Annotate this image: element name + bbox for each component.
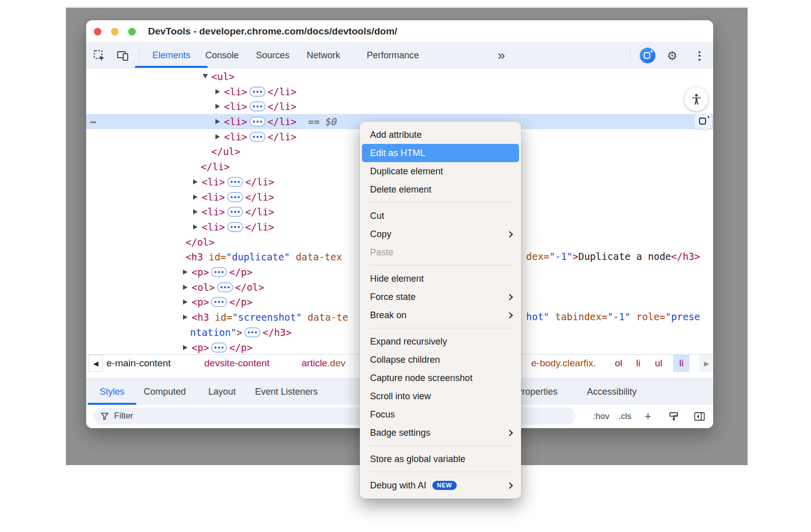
tab-network[interactable]: Network [297, 43, 350, 68]
dollar-zero-label: $0 [325, 116, 337, 127]
menu-separator [369, 445, 513, 446]
breadcrumb-back-icon[interactable]: ◀ [89, 355, 103, 372]
expand-arrow-icon[interactable] [183, 345, 188, 350]
menu-item-delete-element[interactable]: Delete element [360, 180, 521, 199]
expand-arrow-icon[interactable] [193, 195, 198, 200]
menu-item-cut[interactable]: Cut [360, 207, 521, 225]
inline-expand-icon[interactable] [249, 132, 266, 142]
breadcrumb-item[interactable]: article.dev [302, 355, 346, 372]
expand-arrow-icon[interactable] [193, 224, 198, 230]
breadcrumb-item[interactable]: ul [655, 355, 662, 372]
inline-expand-icon[interactable] [227, 207, 243, 217]
menu-item-duplicate-element[interactable]: Duplicate element [360, 162, 521, 180]
tab-layout[interactable]: Layout [203, 378, 241, 405]
menu-item-copy[interactable]: Copy [360, 225, 521, 243]
collapse-arrow-icon[interactable] [203, 74, 208, 79]
dom-row-li[interactable]: <li></li> [86, 99, 713, 114]
menu-item-debug-with-ai[interactable]: Debug with AINEW [360, 476, 521, 495]
inline-expand-icon[interactable] [249, 117, 266, 127]
kebab-menu-icon[interactable] [692, 49, 707, 63]
menu-item-store-as-global-variable[interactable]: Store as global variable [360, 450, 521, 468]
menu-item-badge-settings[interactable]: Badge settings [360, 424, 521, 442]
breadcrumb-item[interactable]: e-body.clearfix. [531, 355, 596, 372]
rendering-brush-icon[interactable] [668, 405, 679, 428]
inline-expand-icon[interactable] [227, 222, 243, 232]
window-title: DevTools - developer.chrome.com/docs/dev… [148, 20, 397, 43]
breadcrumb-item-selected[interactable]: li [673, 355, 689, 372]
accessibility-person-icon [690, 93, 703, 106]
menu-item-collapse-children[interactable]: Collapse children [360, 351, 521, 369]
h3-screenshot-continuation: hot" tabindex="-1" role="prese [526, 310, 700, 325]
title-bar: DevTools - developer.chrome.com/docs/dev… [86, 20, 713, 43]
tab-console[interactable]: Console [196, 43, 248, 68]
menu-item-edit-as-html[interactable]: Edit as HTML [362, 144, 519, 162]
toggle-sidebar-icon[interactable] [693, 405, 706, 428]
ai-assist-node-icon[interactable]: ✦ [694, 113, 712, 129]
close-window-icon[interactable] [94, 28, 101, 35]
toggle-class-button[interactable]: .cls [618, 405, 632, 428]
menu-separator [369, 265, 513, 265]
tab-performance[interactable]: Performance [355, 43, 431, 68]
inline-expand-icon[interactable] [244, 327, 261, 337]
accessibility-fab[interactable] [684, 87, 708, 111]
breadcrumb-item[interactable]: ol [615, 355, 622, 372]
maximize-window-icon[interactable] [128, 28, 136, 35]
tab-accessibility[interactable]: Accessibility [587, 378, 637, 405]
menu-item-hide-element[interactable]: Hide element [360, 270, 521, 288]
inline-expand-icon[interactable] [249, 101, 266, 111]
expand-arrow-icon[interactable] [193, 209, 198, 214]
submenu-chevron-icon [506, 294, 513, 300]
ai-assistance-icon[interactable]: ✦ [640, 48, 655, 63]
inline-expand-icon[interactable] [249, 87, 266, 97]
expand-arrow-icon[interactable] [183, 270, 188, 275]
expand-arrow-icon[interactable] [215, 134, 220, 139]
device-toolbar-icon[interactable] [116, 49, 130, 63]
expand-arrow-icon[interactable] [215, 89, 220, 94]
breadcrumb-item[interactable]: e-main-content [106, 355, 171, 372]
tab-event-listeners[interactable]: Event Listeners [255, 378, 318, 405]
menu-item-scroll-into-view[interactable]: Scroll into view [360, 387, 521, 405]
toggle-hover-state-button[interactable]: :hov [593, 405, 609, 428]
filter-placeholder: Filter [114, 411, 133, 421]
expand-arrow-icon[interactable] [183, 285, 188, 290]
inline-expand-icon[interactable] [211, 267, 227, 277]
menu-item-expand-recursively[interactable]: Expand recursively [360, 332, 521, 351]
settings-gear-icon[interactable]: ⚙ [665, 49, 679, 63]
tab-styles[interactable]: Styles [88, 378, 136, 405]
inline-expand-icon[interactable] [227, 192, 243, 202]
expand-arrow-icon[interactable] [193, 179, 198, 184]
menu-item-add-attribute[interactable]: Add attribute [360, 126, 521, 144]
breadcrumb-item[interactable]: devsite-content [204, 355, 270, 372]
expand-arrow-icon[interactable] [215, 119, 220, 124]
inline-expand-icon[interactable] [217, 282, 233, 292]
devtools-toolbar: Elements Console Sources Network Perform… [86, 43, 713, 68]
h3-duplicate-continuation: dex="-1">Duplicate a node</h3> [526, 249, 700, 264]
expand-arrow-icon[interactable] [183, 315, 188, 320]
menu-item-force-state[interactable]: Force state [360, 288, 521, 306]
tab-sources[interactable]: Sources [246, 43, 299, 68]
new-badge: NEW [432, 481, 457, 490]
menu-item-paste: Paste [360, 243, 521, 261]
inline-expand-icon[interactable] [227, 177, 243, 187]
menu-separator [369, 202, 513, 203]
menu-item-capture-node-screenshot[interactable]: Capture node screenshot [360, 369, 521, 387]
breadcrumb-forward-icon[interactable]: ▶ [699, 355, 713, 372]
dom-row-ul-open[interactable]: <ul> [86, 69, 713, 84]
row-overflow-dots[interactable]: ⋯ [90, 116, 96, 127]
minimize-window-icon[interactable] [111, 28, 119, 35]
menu-separator [369, 328, 513, 328]
inline-expand-icon[interactable] [211, 343, 227, 353]
dom-row-li[interactable]: <li></li> [86, 84, 713, 99]
submenu-chevron-icon [506, 312, 513, 319]
menu-item-break-on[interactable]: Break on [360, 306, 521, 324]
breadcrumb-item[interactable]: li [636, 355, 640, 372]
more-tabs-icon[interactable]: » [498, 43, 504, 68]
menu-separator [369, 472, 513, 472]
expand-arrow-icon[interactable] [183, 299, 188, 305]
inline-expand-icon[interactable] [211, 297, 227, 307]
inspect-icon[interactable] [92, 49, 106, 63]
menu-item-focus[interactable]: Focus [360, 405, 521, 424]
tab-computed[interactable]: Computed [136, 378, 193, 405]
tab-properties[interactable]: Properties [516, 378, 558, 405]
expand-arrow-icon[interactable] [215, 104, 220, 109]
